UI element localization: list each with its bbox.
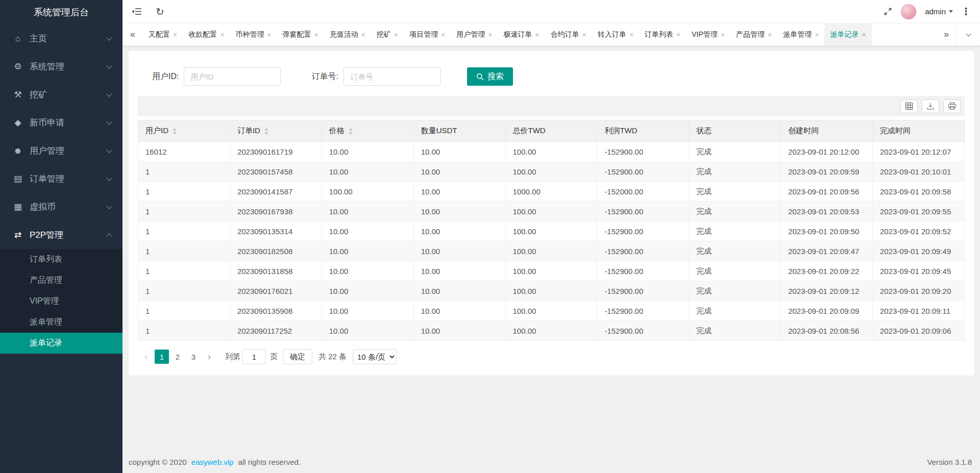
search-button[interactable]: 搜索	[467, 67, 513, 86]
tab-close-icon[interactable]: ×	[582, 31, 586, 39]
tab[interactable]: 派单管理 ×	[777, 23, 824, 45]
sidebar-toggle-icon[interactable]	[132, 8, 141, 15]
table-row[interactable]: 1 2023090157458 10.00 10.00 100.00 -1529…	[138, 162, 965, 182]
tab[interactable]: 极速订单 ×	[498, 23, 545, 45]
tab[interactable]: 币种管理 ×	[230, 23, 277, 45]
sidebar-item-system[interactable]: ⚙ 系统管理	[0, 53, 122, 81]
columns-icon[interactable]	[900, 99, 918, 113]
print-icon[interactable]	[943, 99, 961, 113]
sort-icon[interactable]	[173, 128, 177, 135]
tab-label: 转入订单	[598, 30, 626, 39]
sort-icon[interactable]	[349, 128, 353, 135]
table-cell: 2023-09-01 20:09:55	[873, 202, 965, 221]
page-button[interactable]: 1	[155, 350, 169, 364]
tabs-scroll-left-icon[interactable]: «	[122, 23, 143, 45]
sidebar-item-mining[interactable]: ⚒ 挖矿	[0, 81, 122, 109]
jump-page-input[interactable]	[242, 349, 266, 364]
sidebar-item-home[interactable]: ⌂ 主页	[0, 24, 122, 53]
fullscreen-icon[interactable]	[884, 7, 892, 16]
tab[interactable]: 合约订单 ×	[545, 23, 592, 45]
tab-close-icon[interactable]: ×	[721, 31, 725, 39]
tab[interactable]: VIP管理 ×	[686, 23, 730, 45]
table-row[interactable]: 1 2023090182508 10.00 10.00 100.00 -1529…	[138, 241, 965, 261]
table-cell: 2023-09-01 20:09:09	[781, 301, 873, 321]
prev-page-icon[interactable]: ‹	[139, 350, 153, 364]
column-header-price[interactable]: 价格	[322, 120, 413, 142]
tab-close-icon[interactable]: ×	[394, 31, 398, 39]
tab-close-icon[interactable]: ×	[676, 31, 680, 39]
tab-label: 派单记录	[830, 30, 859, 39]
tab-close-icon[interactable]: ×	[361, 31, 365, 39]
column-header-order-id[interactable]: 订单ID	[230, 120, 322, 142]
tab-close-icon[interactable]: ×	[441, 31, 445, 39]
refresh-icon[interactable]: ↻	[156, 6, 164, 18]
page-button[interactable]: 2	[170, 350, 185, 364]
table-row[interactable]: 1 2023090135908 10.00 10.00 100.00 -1529…	[138, 301, 965, 321]
export-icon[interactable]	[922, 99, 939, 113]
table-row[interactable]: 1 2023090131858 10.00 10.00 100.00 -1529…	[138, 261, 965, 281]
user-id-input[interactable]	[184, 67, 281, 86]
table-cell: 2023-09-01 20:09:22	[781, 261, 873, 281]
next-page-icon[interactable]: ›	[202, 350, 216, 364]
tab[interactable]: 又配置 ×	[143, 23, 183, 45]
tab-close-icon[interactable]: ×	[267, 31, 271, 39]
tab[interactable]: 挖矿 ×	[371, 23, 404, 45]
table-row[interactable]: 1 2023090176021 10.00 10.00 100.00 -1529…	[138, 281, 965, 301]
table-cell: 2023090182508	[230, 241, 322, 261]
table-row[interactable]: 1 2023090135314 10.00 10.00 100.00 -1529…	[138, 221, 965, 241]
more-menu-icon[interactable]: ⋮	[961, 6, 971, 17]
tab-close-icon[interactable]: ×	[629, 31, 633, 39]
chevron-up-icon	[106, 233, 112, 239]
topbar: ↻ admin ⋮	[122, 0, 980, 23]
submenu-item-dispatch-record[interactable]: 派单记录	[0, 333, 122, 354]
order-no-input[interactable]	[344, 67, 440, 86]
sort-icon[interactable]	[264, 128, 268, 135]
tab[interactable]: 产品管理 ×	[730, 23, 777, 45]
column-header-total: 总价TWD	[505, 120, 597, 142]
tab[interactable]: 弹窗配置 ×	[277, 23, 324, 45]
page-size-select[interactable]: 10 条/页	[353, 349, 397, 364]
content: 用户ID: 订单号: 搜索	[122, 46, 980, 451]
table-cell: 2023090135314	[230, 221, 322, 241]
easyweb-link[interactable]: easyweb.vip	[191, 458, 234, 466]
table-row[interactable]: 1 2023090167938 10.00 10.00 100.00 -1529…	[138, 202, 965, 221]
tab-close-icon[interactable]: ×	[173, 31, 177, 39]
table-row[interactable]: 1 2023090141587 100.00 10.00 1000.00 -15…	[138, 182, 965, 202]
tab[interactable]: 订单列表 ×	[639, 23, 686, 45]
table-cell: 10.00	[322, 321, 413, 341]
column-header-user-id[interactable]: 用户ID	[138, 120, 230, 142]
tab[interactable]: 项目管理 ×	[404, 23, 451, 45]
tab-label: 极速订单	[504, 30, 532, 39]
sidebar-item-p2p[interactable]: ⇄ P2P管理	[0, 221, 122, 249]
avatar[interactable]	[900, 4, 917, 20]
sidebar-item-users[interactable]: ☻ 用户管理	[0, 137, 122, 165]
tab-close-icon[interactable]: ×	[815, 31, 819, 39]
sidebar-item-newcoin[interactable]: ◆ 新币申请	[0, 109, 122, 137]
table-cell: 10.00	[413, 241, 505, 261]
tabs-scroll-right-icon[interactable]: »	[936, 23, 957, 45]
tab[interactable]: 派单记录 ×	[824, 23, 871, 45]
tab[interactable]: 用户管理 ×	[451, 23, 498, 45]
submenu-item-dispatch[interactable]: 派单管理	[0, 312, 122, 333]
tab-close-icon[interactable]: ×	[862, 31, 866, 39]
tab[interactable]: 充值活动 ×	[324, 23, 371, 45]
tabs-menu-icon[interactable]	[957, 23, 980, 45]
tab[interactable]: 收款配置 ×	[183, 23, 230, 45]
table-row[interactable]: 1 2023090117252 10.00 10.00 100.00 -1529…	[138, 321, 965, 341]
table-row[interactable]: 16012 2023090161719 10.00 10.00 100.00 -…	[138, 142, 965, 162]
tab-close-icon[interactable]: ×	[220, 31, 224, 39]
user-menu[interactable]: admin	[925, 7, 953, 16]
tab-close-icon[interactable]: ×	[488, 31, 492, 39]
submenu-item-product[interactable]: 产品管理	[0, 270, 122, 291]
submenu-item-vip[interactable]: VIP管理	[0, 291, 122, 312]
tab-close-icon[interactable]: ×	[768, 31, 772, 39]
sidebar-item-orders[interactable]: ▤ 订单管理	[0, 165, 122, 193]
page-button[interactable]: 3	[186, 350, 201, 364]
sidebar-item-virtual-coin[interactable]: ▦ 虚拟币	[0, 193, 122, 221]
tab-close-icon[interactable]: ×	[535, 31, 540, 39]
table-cell: 2023090161719	[230, 142, 322, 162]
tab-close-icon[interactable]: ×	[314, 31, 318, 39]
confirm-button[interactable]: 确定	[283, 349, 312, 364]
submenu-item-order-list[interactable]: 订单列表	[0, 249, 122, 270]
tab[interactable]: 转入订单 ×	[592, 23, 639, 45]
